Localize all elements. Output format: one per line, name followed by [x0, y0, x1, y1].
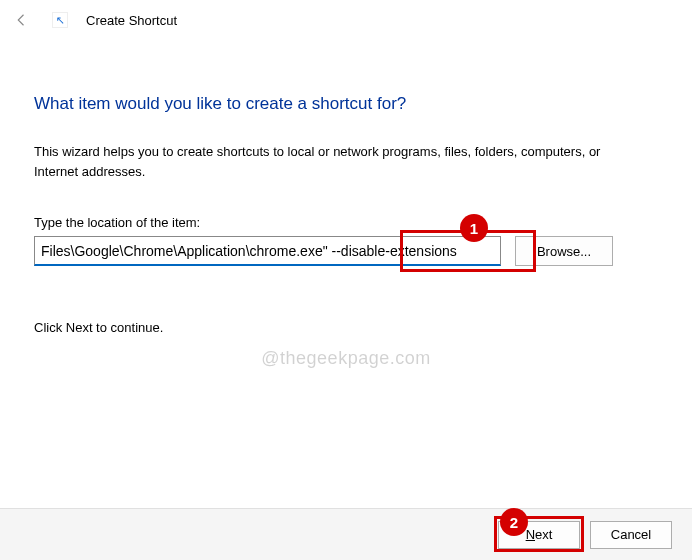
back-arrow-icon[interactable] [10, 8, 34, 32]
wizard-footer: Next Cancel [0, 508, 692, 560]
page-heading: What item would you like to create a sho… [34, 94, 658, 114]
cancel-button[interactable]: Cancel [590, 521, 672, 549]
wizard-header: Create Shortcut [0, 0, 692, 36]
wizard-body: What item would you like to create a sho… [0, 36, 692, 335]
location-row: Browse... [34, 236, 658, 266]
page-description: This wizard helps you to create shortcut… [34, 142, 624, 181]
next-button[interactable]: Next [498, 521, 580, 549]
wizard-title: Create Shortcut [86, 13, 177, 28]
watermark-text: @thegeekpage.com [261, 348, 430, 369]
location-input[interactable] [34, 236, 501, 266]
continue-hint: Click Next to continue. [34, 320, 658, 335]
browse-button[interactable]: Browse... [515, 236, 613, 266]
shortcut-icon [52, 12, 68, 28]
location-field-label: Type the location of the item: [34, 215, 658, 230]
